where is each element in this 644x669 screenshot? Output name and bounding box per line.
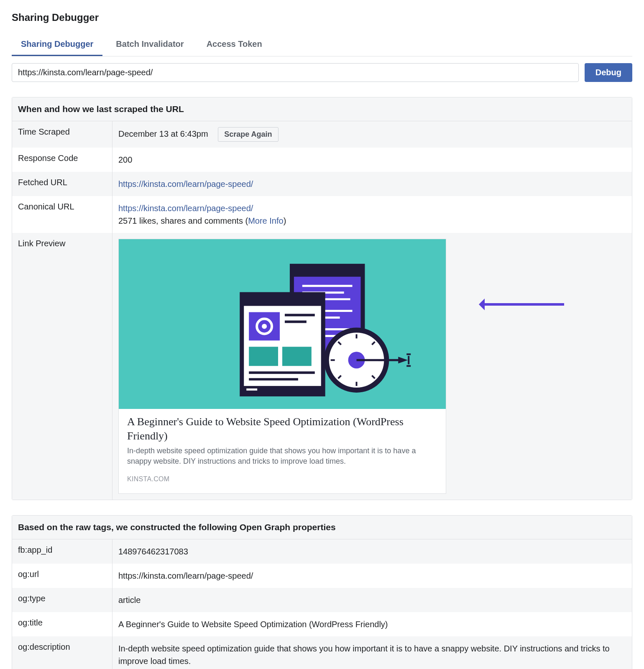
og-properties-header: Based on the raw tags, we constructed th… [12, 516, 632, 539]
tabs: Sharing Debugger Batch Invalidator Acces… [12, 33, 632, 56]
link-preview-label: Link Preview [12, 233, 112, 500]
og-row-value: article [112, 588, 632, 612]
svg-rect-22 [246, 388, 257, 391]
og-row-label: og:type [12, 588, 112, 612]
tab-batch-invalidator[interactable]: Batch Invalidator [107, 33, 193, 56]
url-input-row: Debug [12, 63, 632, 82]
og-row-label: og:description [12, 636, 112, 669]
canonical-url-value: https://kinsta.com/learn/page-speed/ 257… [112, 196, 632, 233]
og-row-value: In-depth website speed optimization guid… [112, 636, 632, 669]
link-preview-card[interactable]: A Beginner's Guide to Website Speed Opti… [118, 239, 446, 494]
canonical-url-link[interactable]: https://kinsta.com/learn/page-speed/ [118, 204, 253, 213]
response-code-value: 200 [112, 148, 632, 172]
svg-rect-2 [292, 266, 363, 277]
og-row-label: og:url [12, 564, 112, 588]
link-preview-image [119, 239, 446, 409]
url-input[interactable] [12, 63, 579, 82]
time-scraped-text: December 13 at 6:43pm [118, 129, 208, 138]
time-scraped-value: December 13 at 6:43pm Scrape Again [112, 121, 632, 148]
link-preview-value: A Beginner's Guide to Website Speed Opti… [112, 233, 632, 500]
og-properties-panel: Based on the raw tags, we constructed th… [12, 515, 632, 669]
svg-rect-11 [242, 294, 323, 306]
time-scraped-label: Time Scraped [12, 121, 112, 148]
canonical-url-label: Canonical URL [12, 196, 112, 233]
response-code-label: Response Code [12, 148, 112, 172]
preview-domain: KINSTA.COM [127, 474, 437, 484]
preview-title: A Beginner's Guide to Website Speed Opti… [127, 415, 437, 443]
og-row-value: https://kinsta.com/learn/page-speed/ [112, 564, 632, 588]
svg-rect-18 [282, 347, 312, 366]
svg-rect-17 [249, 347, 278, 366]
tab-access-token[interactable]: Access Token [197, 33, 271, 56]
canonical-meta-prefix: 2571 likes, shares and comments ( [118, 216, 248, 225]
fetched-url-label: Fetched URL [12, 172, 112, 196]
preview-description: In-depth website speed optimization guid… [127, 446, 437, 467]
debug-button[interactable]: Debug [585, 63, 632, 82]
scrape-again-button[interactable]: Scrape Again [218, 127, 278, 142]
fetched-url-value: https://kinsta.com/learn/page-speed/ [112, 172, 632, 196]
page-title: Sharing Debugger [12, 12, 632, 23]
more-info-link[interactable]: More Info [248, 216, 283, 225]
og-row-label: fb:app_id [12, 539, 112, 564]
tab-sharing-debugger[interactable]: Sharing Debugger [12, 33, 102, 56]
scrape-info-header: When and how we last scraped the URL [12, 97, 632, 121]
fetched-url-link[interactable]: https://kinsta.com/learn/page-speed/ [118, 179, 253, 189]
scrape-info-panel: When and how we last scraped the URL Tim… [12, 97, 632, 500]
canonical-meta-suffix: ) [284, 216, 286, 225]
og-row-label: og:title [12, 612, 112, 636]
og-row-value: 148976462317083 [112, 539, 632, 564]
og-row-value: A Beginner's Guide to Website Speed Opti… [112, 612, 632, 636]
annotation-arrow-icon [480, 303, 564, 306]
svg-point-14 [262, 324, 267, 329]
